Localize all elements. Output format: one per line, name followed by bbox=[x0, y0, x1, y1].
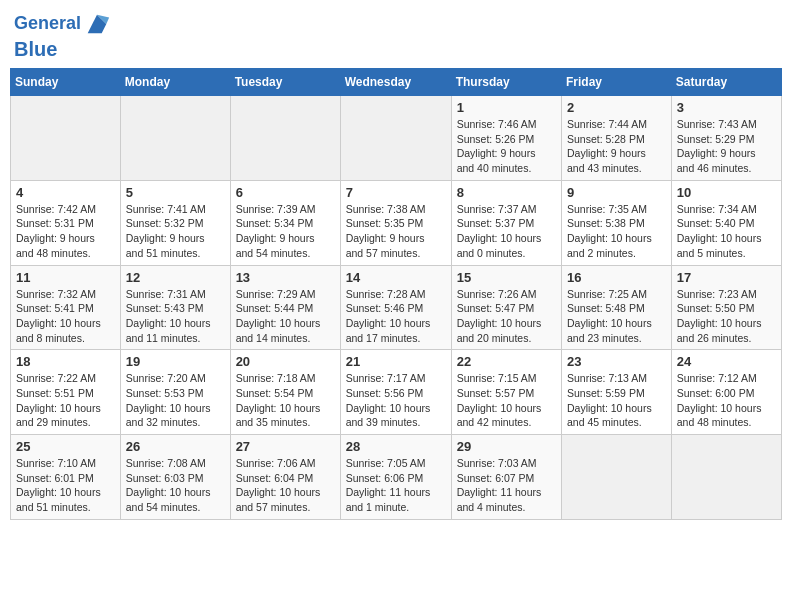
weekday-tuesday: Tuesday bbox=[230, 69, 340, 96]
weekday-thursday: Thursday bbox=[451, 69, 561, 96]
day-number: 1 bbox=[457, 100, 556, 115]
calendar-cell: 23Sunrise: 7:13 AM Sunset: 5:59 PM Dayli… bbox=[562, 350, 672, 435]
day-number: 19 bbox=[126, 354, 225, 369]
logo-icon bbox=[83, 10, 111, 38]
day-info: Sunrise: 7:08 AM Sunset: 6:03 PM Dayligh… bbox=[126, 456, 225, 515]
day-number: 28 bbox=[346, 439, 446, 454]
day-number: 22 bbox=[457, 354, 556, 369]
day-info: Sunrise: 7:44 AM Sunset: 5:28 PM Dayligh… bbox=[567, 117, 666, 176]
day-info: Sunrise: 7:32 AM Sunset: 5:41 PM Dayligh… bbox=[16, 287, 115, 346]
calendar: SundayMondayTuesdayWednesdayThursdayFrid… bbox=[10, 68, 782, 520]
day-number: 9 bbox=[567, 185, 666, 200]
weekday-monday: Monday bbox=[120, 69, 230, 96]
weekday-sunday: Sunday bbox=[11, 69, 121, 96]
calendar-cell: 27Sunrise: 7:06 AM Sunset: 6:04 PM Dayli… bbox=[230, 435, 340, 520]
weekday-saturday: Saturday bbox=[671, 69, 781, 96]
day-info: Sunrise: 7:18 AM Sunset: 5:54 PM Dayligh… bbox=[236, 371, 335, 430]
day-info: Sunrise: 7:15 AM Sunset: 5:57 PM Dayligh… bbox=[457, 371, 556, 430]
logo-text: General bbox=[14, 14, 81, 34]
day-number: 25 bbox=[16, 439, 115, 454]
day-number: 4 bbox=[16, 185, 115, 200]
calendar-cell bbox=[120, 96, 230, 181]
calendar-cell: 3Sunrise: 7:43 AM Sunset: 5:29 PM Daylig… bbox=[671, 96, 781, 181]
calendar-cell bbox=[11, 96, 121, 181]
calendar-cell: 21Sunrise: 7:17 AM Sunset: 5:56 PM Dayli… bbox=[340, 350, 451, 435]
calendar-body: 1Sunrise: 7:46 AM Sunset: 5:26 PM Daylig… bbox=[11, 96, 782, 520]
day-number: 26 bbox=[126, 439, 225, 454]
day-info: Sunrise: 7:26 AM Sunset: 5:47 PM Dayligh… bbox=[457, 287, 556, 346]
day-info: Sunrise: 7:39 AM Sunset: 5:34 PM Dayligh… bbox=[236, 202, 335, 261]
header: General Blue bbox=[10, 10, 782, 60]
day-number: 3 bbox=[677, 100, 776, 115]
calendar-cell: 28Sunrise: 7:05 AM Sunset: 6:06 PM Dayli… bbox=[340, 435, 451, 520]
day-number: 23 bbox=[567, 354, 666, 369]
day-number: 17 bbox=[677, 270, 776, 285]
day-info: Sunrise: 7:38 AM Sunset: 5:35 PM Dayligh… bbox=[346, 202, 446, 261]
day-info: Sunrise: 7:31 AM Sunset: 5:43 PM Dayligh… bbox=[126, 287, 225, 346]
day-number: 24 bbox=[677, 354, 776, 369]
logo-blue: Blue bbox=[14, 38, 111, 60]
calendar-week-0: 1Sunrise: 7:46 AM Sunset: 5:26 PM Daylig… bbox=[11, 96, 782, 181]
calendar-cell: 5Sunrise: 7:41 AM Sunset: 5:32 PM Daylig… bbox=[120, 180, 230, 265]
day-number: 16 bbox=[567, 270, 666, 285]
day-info: Sunrise: 7:29 AM Sunset: 5:44 PM Dayligh… bbox=[236, 287, 335, 346]
day-number: 2 bbox=[567, 100, 666, 115]
day-info: Sunrise: 7:06 AM Sunset: 6:04 PM Dayligh… bbox=[236, 456, 335, 515]
calendar-cell: 19Sunrise: 7:20 AM Sunset: 5:53 PM Dayli… bbox=[120, 350, 230, 435]
day-number: 7 bbox=[346, 185, 446, 200]
day-info: Sunrise: 7:17 AM Sunset: 5:56 PM Dayligh… bbox=[346, 371, 446, 430]
logo: General Blue bbox=[14, 10, 111, 60]
day-info: Sunrise: 7:41 AM Sunset: 5:32 PM Dayligh… bbox=[126, 202, 225, 261]
calendar-week-3: 18Sunrise: 7:22 AM Sunset: 5:51 PM Dayli… bbox=[11, 350, 782, 435]
day-number: 10 bbox=[677, 185, 776, 200]
day-info: Sunrise: 7:37 AM Sunset: 5:37 PM Dayligh… bbox=[457, 202, 556, 261]
calendar-week-1: 4Sunrise: 7:42 AM Sunset: 5:31 PM Daylig… bbox=[11, 180, 782, 265]
calendar-cell: 18Sunrise: 7:22 AM Sunset: 5:51 PM Dayli… bbox=[11, 350, 121, 435]
calendar-cell: 1Sunrise: 7:46 AM Sunset: 5:26 PM Daylig… bbox=[451, 96, 561, 181]
day-info: Sunrise: 7:28 AM Sunset: 5:46 PM Dayligh… bbox=[346, 287, 446, 346]
day-number: 15 bbox=[457, 270, 556, 285]
calendar-cell: 8Sunrise: 7:37 AM Sunset: 5:37 PM Daylig… bbox=[451, 180, 561, 265]
day-number: 18 bbox=[16, 354, 115, 369]
day-info: Sunrise: 7:23 AM Sunset: 5:50 PM Dayligh… bbox=[677, 287, 776, 346]
calendar-cell: 10Sunrise: 7:34 AM Sunset: 5:40 PM Dayli… bbox=[671, 180, 781, 265]
day-info: Sunrise: 7:13 AM Sunset: 5:59 PM Dayligh… bbox=[567, 371, 666, 430]
calendar-cell bbox=[230, 96, 340, 181]
weekday-wednesday: Wednesday bbox=[340, 69, 451, 96]
day-info: Sunrise: 7:20 AM Sunset: 5:53 PM Dayligh… bbox=[126, 371, 225, 430]
calendar-cell bbox=[562, 435, 672, 520]
day-number: 20 bbox=[236, 354, 335, 369]
calendar-week-4: 25Sunrise: 7:10 AM Sunset: 6:01 PM Dayli… bbox=[11, 435, 782, 520]
day-info: Sunrise: 7:05 AM Sunset: 6:06 PM Dayligh… bbox=[346, 456, 446, 515]
day-info: Sunrise: 7:35 AM Sunset: 5:38 PM Dayligh… bbox=[567, 202, 666, 261]
day-number: 27 bbox=[236, 439, 335, 454]
day-number: 21 bbox=[346, 354, 446, 369]
day-info: Sunrise: 7:03 AM Sunset: 6:07 PM Dayligh… bbox=[457, 456, 556, 515]
calendar-cell: 22Sunrise: 7:15 AM Sunset: 5:57 PM Dayli… bbox=[451, 350, 561, 435]
day-info: Sunrise: 7:25 AM Sunset: 5:48 PM Dayligh… bbox=[567, 287, 666, 346]
day-info: Sunrise: 7:22 AM Sunset: 5:51 PM Dayligh… bbox=[16, 371, 115, 430]
day-number: 12 bbox=[126, 270, 225, 285]
calendar-cell: 16Sunrise: 7:25 AM Sunset: 5:48 PM Dayli… bbox=[562, 265, 672, 350]
calendar-cell: 2Sunrise: 7:44 AM Sunset: 5:28 PM Daylig… bbox=[562, 96, 672, 181]
calendar-cell: 12Sunrise: 7:31 AM Sunset: 5:43 PM Dayli… bbox=[120, 265, 230, 350]
calendar-week-2: 11Sunrise: 7:32 AM Sunset: 5:41 PM Dayli… bbox=[11, 265, 782, 350]
calendar-cell: 13Sunrise: 7:29 AM Sunset: 5:44 PM Dayli… bbox=[230, 265, 340, 350]
calendar-cell: 20Sunrise: 7:18 AM Sunset: 5:54 PM Dayli… bbox=[230, 350, 340, 435]
day-number: 13 bbox=[236, 270, 335, 285]
calendar-cell: 25Sunrise: 7:10 AM Sunset: 6:01 PM Dayli… bbox=[11, 435, 121, 520]
calendar-cell: 24Sunrise: 7:12 AM Sunset: 6:00 PM Dayli… bbox=[671, 350, 781, 435]
calendar-cell: 6Sunrise: 7:39 AM Sunset: 5:34 PM Daylig… bbox=[230, 180, 340, 265]
day-number: 5 bbox=[126, 185, 225, 200]
calendar-cell bbox=[340, 96, 451, 181]
day-info: Sunrise: 7:34 AM Sunset: 5:40 PM Dayligh… bbox=[677, 202, 776, 261]
day-number: 11 bbox=[16, 270, 115, 285]
calendar-cell: 29Sunrise: 7:03 AM Sunset: 6:07 PM Dayli… bbox=[451, 435, 561, 520]
calendar-cell: 7Sunrise: 7:38 AM Sunset: 5:35 PM Daylig… bbox=[340, 180, 451, 265]
day-number: 6 bbox=[236, 185, 335, 200]
day-info: Sunrise: 7:46 AM Sunset: 5:26 PM Dayligh… bbox=[457, 117, 556, 176]
day-number: 29 bbox=[457, 439, 556, 454]
day-info: Sunrise: 7:43 AM Sunset: 5:29 PM Dayligh… bbox=[677, 117, 776, 176]
day-info: Sunrise: 7:42 AM Sunset: 5:31 PM Dayligh… bbox=[16, 202, 115, 261]
calendar-cell: 4Sunrise: 7:42 AM Sunset: 5:31 PM Daylig… bbox=[11, 180, 121, 265]
